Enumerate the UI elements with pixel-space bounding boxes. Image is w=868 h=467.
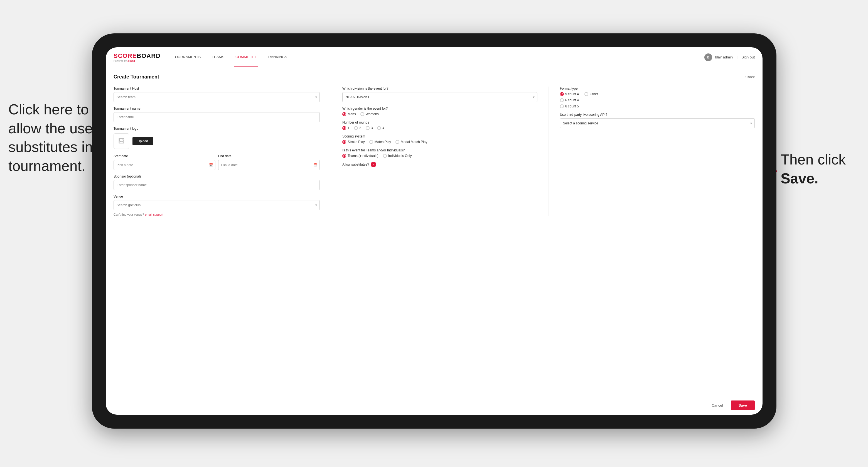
scoring-match-radio[interactable] bbox=[369, 140, 373, 144]
format-6count5-radio[interactable] bbox=[560, 104, 564, 108]
rounds-label: Number of rounds bbox=[342, 121, 537, 124]
rounds-group: Number of rounds 1 2 bbox=[342, 121, 537, 130]
calendar-icon: 📅 bbox=[209, 163, 213, 167]
sponsor-label: Sponsor (optional) bbox=[114, 175, 320, 178]
scoring-medal-option[interactable]: Medal Match Play bbox=[396, 140, 427, 144]
venue-support-text: Can't find your venue? email support bbox=[114, 213, 320, 216]
substitutes-group: Allow substitutes? ✓ bbox=[342, 162, 537, 167]
sign-out-link[interactable]: Sign out bbox=[741, 55, 755, 59]
rounds-4-radio[interactable] bbox=[377, 126, 381, 130]
substitutes-checkbox[interactable]: ✓ bbox=[371, 162, 376, 167]
scoring-stroke-radio[interactable] bbox=[342, 140, 346, 144]
cancel-button[interactable]: Cancel bbox=[707, 401, 727, 410]
sponsor-input[interactable] bbox=[114, 180, 320, 190]
start-date-input[interactable] bbox=[114, 160, 215, 170]
user-name: blair admin bbox=[715, 55, 733, 59]
api-group: Use third-party live scoring API? Select… bbox=[560, 113, 755, 128]
format-options-container: 5 count 4 Other 6 count 4 bbox=[560, 92, 755, 108]
format-other-radio[interactable] bbox=[584, 92, 588, 96]
tablet-frame: SCOREBOARD Powered by clippd TOURNAMENTS… bbox=[92, 33, 776, 429]
scoring-stroke-option[interactable]: Stroke Play bbox=[342, 140, 365, 144]
rounds-1-option[interactable]: 1 bbox=[342, 126, 349, 130]
gender-label: Which gender is the event for? bbox=[342, 106, 537, 111]
nav-tournaments[interactable]: TOURNAMENTS bbox=[172, 48, 202, 66]
back-button[interactable]: ‹ Back bbox=[744, 75, 755, 79]
form-footer: Cancel Save bbox=[106, 396, 763, 415]
api-select[interactable]: Select a scoring service bbox=[560, 118, 755, 128]
rounds-1-radio[interactable] bbox=[342, 126, 346, 130]
nav-teams[interactable]: TEAMS bbox=[211, 48, 225, 66]
page-title: Create Tournament bbox=[114, 74, 159, 80]
scoring-match-option[interactable]: Match Play bbox=[369, 140, 391, 144]
rounds-2-radio[interactable] bbox=[354, 126, 358, 130]
format-5count4-option[interactable]: 5 count 4 bbox=[560, 92, 579, 96]
gender-mens-radio[interactable] bbox=[342, 112, 346, 116]
end-date-label: End date bbox=[218, 154, 231, 158]
format-6count4-option[interactable]: 6 count 4 bbox=[560, 98, 755, 102]
date-group: Start date 📅 End date 📅 bbox=[114, 153, 320, 170]
gender-womens-option[interactable]: Womens bbox=[361, 112, 379, 116]
format-6count5-option[interactable]: 6 count 5 bbox=[560, 104, 755, 108]
gender-group: Which gender is the event for? Mens Wome… bbox=[342, 106, 537, 116]
format-row-1: 5 count 4 Other bbox=[560, 92, 755, 96]
format-other-option[interactable]: Other bbox=[584, 92, 598, 96]
rounds-4-label: 4 bbox=[382, 126, 384, 130]
tournament-name-input[interactable] bbox=[114, 112, 320, 122]
logo-area: SCOREBOARD Powered by clippd bbox=[114, 52, 161, 62]
tablet-screen: SCOREBOARD Powered by clippd TOURNAMENTS… bbox=[106, 47, 763, 415]
form-column-middle: Which division is the event for? NCAA Di… bbox=[331, 87, 537, 216]
tournament-host-input[interactable] bbox=[114, 92, 320, 102]
nav-rankings[interactable]: RANKINGS bbox=[267, 48, 288, 66]
nav-bar: SCOREBOARD Powered by clippd TOURNAMENTS… bbox=[106, 47, 763, 67]
email-support-link[interactable]: email support bbox=[145, 213, 163, 216]
individuals-radio[interactable] bbox=[383, 154, 387, 158]
tournament-name-label: Tournament name bbox=[114, 106, 320, 111]
scoring-medal-radio[interactable] bbox=[396, 140, 399, 144]
nav-committee[interactable]: COMMITTEE bbox=[234, 48, 258, 66]
page-header: Create Tournament ‹ Back bbox=[114, 74, 755, 80]
gender-womens-label: Womens bbox=[366, 112, 379, 116]
tournament-logo-group: Tournament logo ⛾ Upload bbox=[114, 127, 320, 149]
gender-mens-option[interactable]: Mens bbox=[342, 112, 356, 116]
rounds-2-option[interactable]: 2 bbox=[354, 126, 361, 130]
tournament-logo-label: Tournament logo bbox=[114, 127, 320, 130]
save-button[interactable]: Save bbox=[731, 401, 755, 410]
logo-upload-area: ⛾ Upload bbox=[114, 133, 320, 149]
rounds-1-label: 1 bbox=[348, 126, 349, 130]
sponsor-group: Sponsor (optional) bbox=[114, 175, 320, 190]
division-select[interactable]: NCAA Division I bbox=[342, 92, 537, 102]
division-label: Which division is the event for? bbox=[342, 87, 537, 90]
format-label: Format type bbox=[560, 87, 755, 90]
nav-user: B blair admin | Sign out bbox=[704, 54, 755, 61]
avatar: B bbox=[704, 54, 712, 61]
rounds-3-radio[interactable] bbox=[366, 126, 370, 130]
powered-by: Powered by clippd bbox=[114, 60, 161, 62]
start-date-label: Start date bbox=[114, 154, 128, 158]
venue-group: Venue Can't find your venue? email suppo… bbox=[114, 194, 320, 216]
format-5count4-radio[interactable] bbox=[560, 92, 564, 96]
teams-group: Is this event for Teams and/or Individua… bbox=[342, 148, 537, 158]
tournament-host-label: Tournament Host bbox=[114, 87, 320, 90]
format-group: Format type 5 count 4 Other bbox=[560, 87, 755, 108]
gender-radio-group: Mens Womens bbox=[342, 112, 537, 116]
scoring-match-label: Match Play bbox=[375, 140, 391, 144]
teams-radio[interactable] bbox=[342, 154, 346, 158]
rounds-3-option[interactable]: 3 bbox=[366, 126, 373, 130]
calendar-end-icon: 📅 bbox=[313, 163, 317, 167]
upload-button[interactable]: Upload bbox=[132, 137, 153, 145]
format-5count4-label: 5 count 4 bbox=[565, 92, 579, 96]
nav-links: TOURNAMENTS TEAMS COMMITTEE RANKINGS bbox=[172, 48, 704, 66]
individuals-only-option[interactable]: Individuals Only bbox=[383, 154, 412, 158]
format-6count4-radio[interactable] bbox=[560, 98, 564, 102]
substitutes-label: Allow substitutes? bbox=[342, 162, 369, 166]
api-label: Use third-party live scoring API? bbox=[560, 113, 755, 117]
venue-input[interactable] bbox=[114, 200, 320, 210]
rounds-4-option[interactable]: 4 bbox=[377, 126, 384, 130]
end-date-input[interactable] bbox=[218, 160, 320, 170]
logo-placeholder-icon: ⛾ bbox=[114, 133, 129, 149]
teams-plus-individuals-option[interactable]: Teams (+Individuals) bbox=[342, 154, 378, 158]
tournament-host-group: Tournament Host bbox=[114, 87, 320, 102]
teams-label: Is this event for Teams and/or Individua… bbox=[342, 148, 537, 152]
gender-womens-radio[interactable] bbox=[361, 112, 364, 116]
format-other-label: Other bbox=[590, 92, 598, 96]
